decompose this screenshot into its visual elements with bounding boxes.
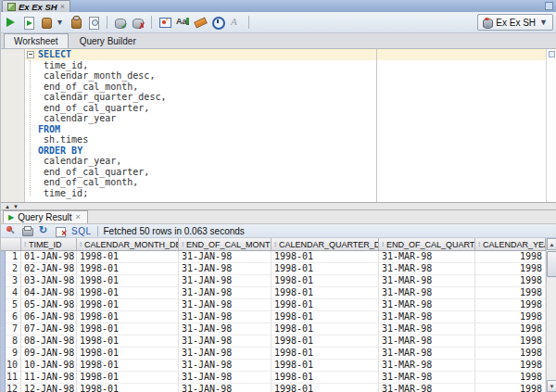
- code-fold-icon[interactable]: [27, 51, 34, 58]
- scroll-up-icon[interactable]: ▲: [547, 238, 556, 250]
- sort-icon[interactable]: ↕: [381, 241, 385, 248]
- grid-cell[interactable]: 1998: [475, 311, 546, 323]
- grid-cell[interactable]: 31-MAR-98: [379, 299, 475, 311]
- commit-icon[interactable]: [114, 16, 127, 29]
- table-row[interactable]: 404-JAN-981998-0131-JAN-981998-0131-MAR-…: [1, 287, 546, 299]
- grid-cell[interactable]: 31-MAR-98: [379, 275, 475, 287]
- grid-cell[interactable]: 04-JAN-98: [21, 287, 77, 299]
- grid-cell[interactable]: 31-MAR-98: [379, 372, 475, 384]
- grid-cell[interactable]: 1998-01: [272, 263, 379, 275]
- grid-cell[interactable]: 31-MAR-98: [379, 348, 475, 360]
- run-script-icon[interactable]: [22, 16, 35, 29]
- rollback-icon[interactable]: [132, 16, 145, 29]
- grid-cell[interactable]: 31-JAN-98: [179, 348, 272, 360]
- grid-cell[interactable]: 01-JAN-98: [21, 251, 77, 263]
- grid-cell[interactable]: 1998-01: [272, 311, 379, 323]
- fetch-all-icon[interactable]: [38, 225, 49, 236]
- code-line[interactable]: time_id;: [26, 188, 546, 199]
- sort-icon[interactable]: ↕: [23, 241, 27, 248]
- table-row[interactable]: 101-JAN-981998-0131-JAN-981998-0131-MAR-…: [1, 251, 546, 263]
- grid-cell[interactable]: 1998-01: [77, 372, 179, 384]
- grid-cell[interactable]: 1998-01: [272, 384, 379, 392]
- code-line[interactable]: end_of_cal_month,: [26, 82, 546, 93]
- grid-cell[interactable]: 1998-01: [77, 275, 179, 287]
- sql-editor[interactable]: SELECTtime_id,calendar_month_desc,end_of…: [1, 49, 556, 202]
- grid-cell[interactable]: 31-JAN-98: [179, 275, 272, 287]
- grid-cell[interactable]: 31-MAR-98: [379, 335, 475, 348]
- grid-cell[interactable]: 31-JAN-98: [179, 299, 272, 311]
- code-line[interactable]: calendar_year: [26, 113, 546, 124]
- sort-icon[interactable]: ↕: [181, 241, 184, 248]
- grid-cell[interactable]: 1998-01: [77, 299, 179, 311]
- column-header-time_id[interactable]: ↕TIME_ID: [21, 238, 77, 251]
- sort-icon[interactable]: ↕: [273, 241, 277, 248]
- grid-cell[interactable]: 1998-01: [77, 251, 179, 263]
- change-case-icon[interactable]: [176, 16, 189, 29]
- tab-close-icon[interactable]: ×: [60, 3, 65, 11]
- grid-cell[interactable]: 31-MAR-98: [379, 287, 475, 299]
- table-row[interactable]: 707-JAN-981998-0131-JAN-981998-0131-MAR-…: [1, 323, 546, 335]
- unshared-worksheet-icon[interactable]: [158, 16, 171, 29]
- grid-cell[interactable]: 31-JAN-98: [179, 372, 272, 384]
- splitter-up-icon[interactable]: ▲: [5, 204, 10, 209]
- column-header-end_of_cal_month[interactable]: ↕END_OF_CAL_MONTH: [179, 238, 272, 251]
- grid-cell[interactable]: 09-JAN-98: [21, 348, 77, 360]
- table-row[interactable]: 909-JAN-981998-0131-JAN-981998-0131-MAR-…: [1, 348, 546, 360]
- grid-cell[interactable]: 31-MAR-98: [379, 311, 475, 323]
- grid-cell[interactable]: 1998: [475, 348, 546, 360]
- grid-cell[interactable]: 1998: [475, 360, 546, 372]
- autotrace-icon[interactable]: [40, 16, 53, 29]
- clear-result-icon[interactable]: [55, 225, 66, 236]
- table-row[interactable]: 202-JAN-981998-0131-JAN-981998-0131-MAR-…: [1, 263, 546, 275]
- vertical-scrollbar[interactable]: ▲ ▼: [546, 238, 556, 392]
- format-icon[interactable]: [229, 16, 242, 29]
- grid-cell[interactable]: 07-JAN-98: [21, 323, 77, 335]
- grid-cell[interactable]: 1998: [475, 323, 546, 335]
- table-row[interactable]: 808-JAN-981998-0131-JAN-981998-0131-MAR-…: [1, 335, 546, 348]
- worksheet-document-tab[interactable]: Ex Ex SH ×: [2, 0, 70, 12]
- table-row[interactable]: 1212-JAN-981998-0131-JAN-981998-0131-MAR…: [1, 384, 546, 392]
- sql-tuning-advisor-icon[interactable]: [87, 16, 100, 29]
- tab-query-builder[interactable]: Query Builder: [70, 34, 145, 48]
- grid-cell[interactable]: 31-JAN-98: [179, 323, 272, 335]
- grid-cell[interactable]: 11-JAN-98: [21, 372, 77, 384]
- splitter-down-icon[interactable]: ▼: [13, 204, 19, 209]
- result-tab-close-icon[interactable]: ×: [76, 213, 81, 221]
- clear-icon[interactable]: [194, 16, 207, 29]
- table-row[interactable]: 303-JAN-981998-0131-JAN-981998-0131-MAR-…: [1, 275, 546, 287]
- code-line[interactable]: time_id,: [26, 60, 546, 71]
- code-line[interactable]: calendar_quarter_desc,: [26, 92, 546, 103]
- grid-cell[interactable]: 1998: [475, 275, 546, 287]
- grid-cell[interactable]: 02-JAN-98: [21, 263, 77, 275]
- grid-cell[interactable]: 31-JAN-98: [179, 287, 272, 299]
- grid-cell[interactable]: 06-JAN-98: [21, 311, 77, 323]
- grid-cell[interactable]: 31-JAN-98: [179, 335, 272, 348]
- grid-cell[interactable]: 31-JAN-98: [179, 263, 272, 275]
- grid-cell[interactable]: 10-JAN-98: [21, 360, 77, 372]
- panel-restore-icon[interactable]: [545, 2, 553, 10]
- grid-cell[interactable]: 31-MAR-98: [379, 263, 475, 275]
- table-row[interactable]: 505-JAN-981998-0131-JAN-981998-0131-MAR-…: [1, 299, 546, 311]
- column-header-calendar_quarter_desc[interactable]: ↕CALENDAR_QUARTER_DESC: [272, 238, 379, 251]
- horizontal-splitter[interactable]: ▲ ▼: [1, 202, 556, 210]
- grid-cell[interactable]: 1998-01: [77, 335, 179, 348]
- tab-worksheet[interactable]: Worksheet: [4, 33, 69, 48]
- grid-cell[interactable]: 31-MAR-98: [379, 323, 475, 335]
- code-line[interactable]: end_of_cal_month,: [26, 177, 546, 188]
- grid-cell[interactable]: 1998-01: [77, 311, 179, 323]
- grid-cell[interactable]: 1998: [475, 263, 546, 275]
- grid-cell[interactable]: 1998: [475, 287, 546, 299]
- code-line[interactable]: calendar_month_desc,: [26, 70, 546, 82]
- grid-cell[interactable]: 1998-01: [77, 360, 179, 372]
- code-line[interactable]: end_of_cal_quarter,: [26, 103, 546, 114]
- grid-cell[interactable]: 31-JAN-98: [179, 311, 272, 323]
- grid-cell[interactable]: 1998: [475, 384, 546, 392]
- table-row[interactable]: 1010-JAN-981998-0131-JAN-981998-0131-MAR…: [1, 360, 546, 372]
- grid-cell[interactable]: 1998-01: [272, 275, 379, 287]
- grid-cell[interactable]: 12-JAN-98: [21, 384, 77, 392]
- grid-cell[interactable]: 1998-01: [272, 299, 379, 311]
- grid-cell[interactable]: 08-JAN-98: [21, 335, 77, 348]
- grid-cell[interactable]: 1998-01: [77, 263, 179, 275]
- column-header-end_of_cal_quarter[interactable]: ↕END_OF_CAL_QUARTER: [379, 238, 475, 251]
- scrollbar-thumb[interactable]: [547, 251, 556, 277]
